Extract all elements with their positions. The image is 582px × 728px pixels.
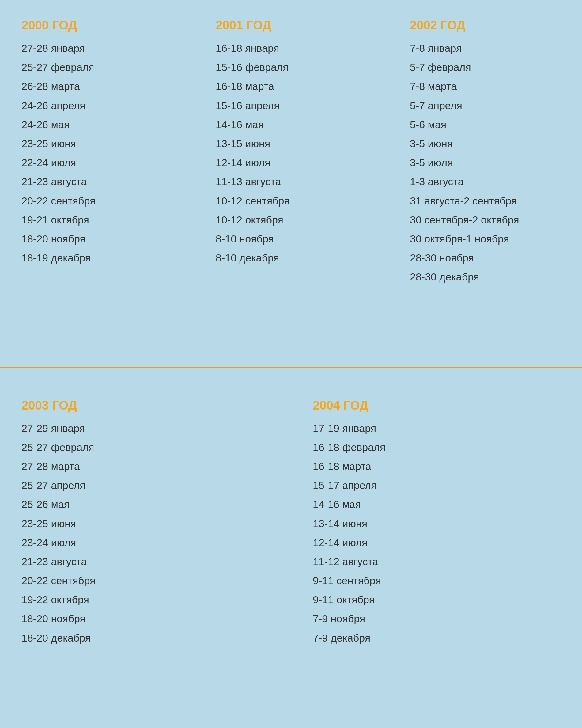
top-section: 2000 ГОД 27-28 января 25-27 февраля 26-2…	[0, 0, 582, 368]
dates-list-2003: 27-29 января 25-27 февраля 27-28 марта 2…	[22, 421, 272, 645]
dates-list-2000: 27-28 января 25-27 февраля 26-28 марта 2…	[22, 42, 175, 264]
list-item: 12-14 июля	[216, 156, 369, 169]
year-title-2002: 2002 ГОД	[410, 18, 564, 32]
list-item: 21-23 августа	[22, 175, 175, 188]
dates-list-2002: 7-8 января 5-7 февраля 7-8 марта 5-7 апр…	[410, 42, 564, 284]
list-item: 18-20 декабря	[22, 631, 272, 645]
list-item: 24-26 апреля	[22, 99, 175, 112]
list-item: 23-25 июня	[22, 517, 272, 530]
list-item: 15-17 апреля	[313, 478, 564, 492]
list-item: 5-7 апреля	[410, 99, 564, 112]
list-item: 3-5 июня	[410, 137, 564, 150]
list-item: 5-7 февраля	[410, 60, 564, 74]
list-item: 7-8 марта	[410, 79, 564, 93]
list-item: 30 октября-1 ноября	[410, 232, 564, 245]
list-item: 7-8 января	[410, 42, 564, 55]
list-item: 25-27 февраля	[22, 60, 175, 74]
list-item: 16-18 февраля	[313, 440, 564, 454]
list-item: 10-12 октября	[216, 213, 369, 227]
year-title-2000: 2000 ГОД	[22, 18, 175, 32]
list-item: 27-28 января	[22, 42, 175, 55]
list-item: 8-10 декабря	[216, 251, 369, 264]
list-item: 23-24 июля	[22, 536, 272, 549]
year-title-2001: 2001 ГОД	[216, 18, 369, 32]
list-item: 11-12 августа	[313, 555, 564, 568]
list-item: 21-23 августа	[22, 555, 272, 568]
list-item: 27-28 марта	[22, 460, 272, 473]
list-item: 23-25 июня	[22, 137, 175, 150]
list-item: 3-5 июля	[410, 156, 564, 169]
list-item: 25-27 апреля	[22, 478, 272, 492]
list-item: 12-14 июля	[313, 536, 564, 549]
main-container: 2000 ГОД 27-28 января 25-27 февраля 26-2…	[0, 0, 582, 728]
year-title-2003: 2003 ГОД	[22, 398, 272, 412]
column-2004: 2004 ГОД 17-19 января 16-18 февраля 16-1…	[291, 380, 582, 728]
list-item: 26-28 марта	[22, 79, 175, 93]
list-item: 17-19 января	[313, 421, 564, 435]
list-item: 19-21 октября	[22, 213, 175, 227]
list-item: 18-19 декабря	[22, 251, 175, 264]
column-2001: 2001 ГОД 16-18 января 15-16 февраля 16-1…	[194, 0, 388, 367]
list-item: 15-16 февраля	[216, 60, 369, 74]
list-item: 9-11 октября	[313, 593, 564, 606]
list-item: 22-24 июля	[22, 156, 175, 169]
list-item: 20-22 сентября	[22, 574, 272, 587]
list-item: 7-9 декабря	[313, 631, 564, 645]
list-item: 19-22 октября	[22, 593, 272, 606]
dates-list-2004: 17-19 января 16-18 февраля 16-18 марта 1…	[313, 421, 564, 645]
list-item: 24-26 мая	[22, 118, 175, 131]
list-item: 16-18 марта	[313, 460, 564, 473]
list-item: 28-30 декабря	[410, 270, 564, 284]
list-item: 5-6 мая	[410, 118, 564, 131]
list-item: 16-18 марта	[216, 79, 369, 93]
list-item: 25-27 февраля	[22, 440, 272, 454]
list-item: 14-16 мая	[216, 118, 369, 131]
list-item: 14-16 мая	[313, 497, 564, 511]
list-item: 7-9 ноября	[313, 612, 564, 625]
list-item: 31 августа-2 сентября	[410, 194, 564, 208]
list-item: 11-13 августа	[216, 175, 369, 188]
list-item: 8-10 ноября	[216, 232, 369, 245]
list-item: 16-18 января	[216, 42, 369, 55]
list-item: 10-12 сентября	[216, 194, 369, 208]
list-item: 20-22 сентября	[22, 194, 175, 208]
column-2003: 2003 ГОД 27-29 января 25-27 февраля 27-2…	[0, 380, 291, 728]
list-item: 30 сентября-2 октября	[410, 213, 564, 227]
list-item: 13-15 июня	[216, 137, 369, 150]
list-item: 28-30 ноября	[410, 251, 564, 264]
column-2002: 2002 ГОД 7-8 января 5-7 февраля 7-8 март…	[388, 0, 582, 367]
column-2000: 2000 ГОД 27-28 января 25-27 февраля 26-2…	[0, 0, 194, 367]
list-item: 13-14 июня	[313, 517, 564, 530]
dates-list-2001: 16-18 января 15-16 февраля 16-18 марта 1…	[216, 42, 369, 264]
list-item: 9-11 сентября	[313, 574, 564, 587]
year-title-2004: 2004 ГОД	[313, 398, 564, 412]
list-item: 18-20 ноября	[22, 232, 175, 245]
list-item: 15-16 апреля	[216, 99, 369, 112]
list-item: 18-20 ноября	[22, 612, 272, 625]
list-item: 1-3 августа	[410, 175, 564, 188]
list-item: 27-29 января	[22, 421, 272, 435]
bottom-section: 2003 ГОД 27-29 января 25-27 февраля 27-2…	[0, 368, 582, 728]
list-item: 25-26 мая	[22, 497, 272, 511]
